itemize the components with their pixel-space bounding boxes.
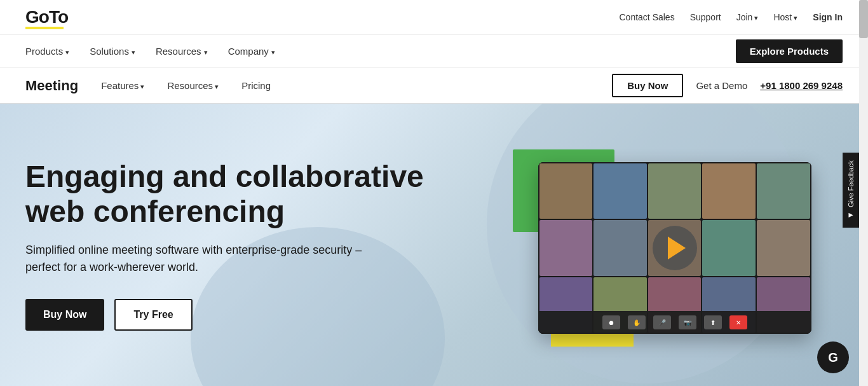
company-arrow-icon (271, 46, 275, 57)
sign-in-link[interactable]: Sign In (813, 12, 843, 22)
products-arrow-icon (65, 46, 69, 57)
logo-text: GoTo (25, 7, 68, 27)
hero-buy-now-button[interactable]: Buy Now (25, 299, 104, 331)
get-demo-link[interactable]: Get a Demo (696, 80, 747, 91)
video-icon: 📷 (684, 319, 691, 326)
meeting-brand: Meeting (25, 78, 78, 94)
play-button[interactable] (653, 226, 697, 270)
join-link[interactable]: Join (736, 12, 759, 22)
hero-title: Engaging and collaborative web conferenc… (25, 159, 475, 229)
solutions-arrow-icon (132, 46, 135, 57)
toolbar-record-btn[interactable]: ⏺ (602, 315, 620, 329)
leave-icon: ✕ (736, 319, 741, 326)
hero-image-area: ⏺ ✋ 🎤 📷 ⬆ ✕ (475, 149, 843, 340)
resources-arrow-icon (204, 46, 208, 57)
goto-chat-icon: G (828, 350, 838, 365)
toolbar-video-btn[interactable]: 📷 (679, 315, 696, 329)
toolbar-leave-btn[interactable]: ✕ (729, 315, 747, 329)
scrollbar[interactable] (859, 0, 868, 386)
toolbar-share-btn[interactable]: ⬆ (704, 315, 722, 329)
logo-area: GoTo (25, 7, 68, 27)
explore-products-button[interactable]: Explore Products (736, 39, 843, 63)
company-menu[interactable]: Company (228, 46, 275, 57)
solutions-menu[interactable]: Solutions (90, 46, 135, 57)
features-arrow-icon (139, 80, 144, 91)
sub-resources-arrow-icon (213, 80, 219, 91)
share-icon: ⬆ (710, 319, 715, 326)
video-cell (757, 163, 810, 219)
hero-content: Engaging and collaborative web conferenc… (25, 159, 475, 331)
goto-chat-button[interactable]: G (817, 341, 849, 373)
video-cell (593, 163, 647, 219)
host-link[interactable]: Host (773, 12, 797, 22)
sub-navigation: Meeting Features Resources Pricing Buy N… (0, 68, 868, 104)
resources-menu[interactable]: Resources (156, 46, 208, 57)
logo-underline (25, 27, 64, 29)
hero-try-free-button[interactable]: Try Free (114, 299, 192, 331)
feedback-label: Give Feedback (847, 160, 855, 207)
react-icon: ✋ (633, 319, 641, 326)
feedback-arrow-icon: ◄ (846, 211, 855, 220)
scrollbar-thumb[interactable] (859, 0, 868, 38)
video-cell (702, 163, 756, 219)
hero-section: Engaging and collaborative web conferenc… (0, 104, 868, 386)
sub-nav-left: Meeting Features Resources Pricing (25, 78, 271, 94)
support-link[interactable]: Support (690, 12, 721, 22)
meeting-toolbar: ⏺ ✋ 🎤 📷 ⬆ ✕ (538, 311, 811, 334)
laptop-screen: ⏺ ✋ 🎤 📷 ⬆ ✕ (538, 162, 811, 334)
features-menu[interactable]: Features (101, 80, 144, 91)
pricing-link[interactable]: Pricing (241, 80, 271, 91)
record-icon: ⏺ (608, 319, 614, 326)
video-container: ⏺ ✋ 🎤 📷 ⬆ ✕ (500, 149, 818, 340)
sub-nav-right: Buy Now Get a Demo +91 1800 269 9248 (612, 74, 843, 97)
feedback-tab[interactable]: ◄ Give Feedback (843, 153, 859, 228)
play-triangle-icon (668, 237, 686, 259)
top-navigation: GoTo Contact Sales Support Join Host Sig… (0, 0, 868, 35)
contact-sales-link[interactable]: Contact Sales (620, 12, 675, 22)
video-cell (648, 163, 702, 219)
video-cell (539, 163, 593, 219)
main-nav-items: Products Solutions Resources Company (25, 46, 275, 57)
video-cell (593, 220, 647, 275)
top-right-links: Contact Sales Support Join Host Sign In (620, 12, 843, 22)
products-menu[interactable]: Products (25, 46, 69, 57)
buy-now-button[interactable]: Buy Now (612, 74, 683, 97)
toolbar-mic-btn[interactable]: 🎤 (653, 315, 671, 329)
phone-link[interactable]: +91 1800 269 9248 (760, 80, 843, 91)
video-cell (702, 220, 756, 275)
hero-buttons: Buy Now Try Free (25, 299, 475, 331)
logo[interactable]: GoTo (25, 7, 68, 27)
hero-subtitle: Simplified online meeting software with … (25, 242, 381, 276)
mic-icon: 🎤 (658, 319, 666, 326)
sub-resources-menu[interactable]: Resources (167, 80, 219, 91)
toolbar-react-btn[interactable]: ✋ (628, 315, 646, 329)
main-navigation: Products Solutions Resources Company Exp… (0, 35, 868, 68)
video-cell (757, 220, 810, 275)
video-cell (539, 220, 593, 275)
